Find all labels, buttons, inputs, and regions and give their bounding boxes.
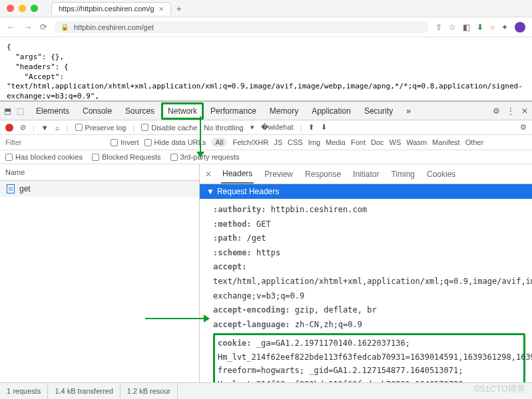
- wifi-icon[interactable]: �widehat: [261, 123, 294, 132]
- filter-img[interactable]: Img: [308, 138, 320, 146]
- hide-data-urls-checkbox[interactable]: Hide data URLs: [144, 138, 206, 146]
- network-body: Name get ✕ Headers Preview Response Init…: [0, 164, 532, 398]
- detail-tab-preview[interactable]: Preview: [263, 166, 294, 183]
- extensions-icon[interactable]: ✦: [501, 23, 508, 32]
- document-icon: [7, 184, 15, 194]
- settings-icon[interactable]: ⚙: [493, 106, 500, 116]
- preserve-log-checkbox[interactable]: Preserve log: [75, 124, 127, 132]
- request-item[interactable]: get: [0, 181, 199, 197]
- forward-button[interactable]: →: [23, 22, 32, 32]
- filter-icon[interactable]: ▼: [41, 124, 49, 132]
- close-devtools-icon[interactable]: ✕: [521, 106, 528, 116]
- disable-cache-checkbox[interactable]: Disable cache: [141, 124, 197, 132]
- upload-icon[interactable]: ⬆: [308, 123, 314, 132]
- network-typerow: Invert Hide data URLs All Fetch/XHR JS C…: [0, 135, 532, 150]
- reload-button[interactable]: ⟳: [40, 22, 47, 32]
- filter-doc[interactable]: Doc: [371, 138, 384, 146]
- tab-network[interactable]: Network: [161, 102, 204, 120]
- filter-css[interactable]: CSS: [288, 138, 303, 146]
- header-row: :authority: httpbin.ceshiren.com: [213, 203, 525, 217]
- detail-tab-response[interactable]: Response: [304, 166, 342, 183]
- filter-media[interactable]: Media: [326, 138, 346, 146]
- blocked-cookies-checkbox[interactable]: Has blocked cookies: [5, 153, 83, 161]
- footer-requests: 1 requests: [0, 383, 48, 399]
- tab-sources[interactable]: Sources: [119, 102, 161, 120]
- tab-more[interactable]: »: [399, 102, 417, 120]
- record-button[interactable]: [5, 124, 13, 132]
- detail-tab-initiator[interactable]: Initiator: [352, 166, 380, 183]
- detail-tab-timing[interactable]: Timing: [390, 166, 416, 183]
- filter-other[interactable]: Other: [465, 138, 484, 146]
- annotation-arrow-horizontal: [145, 318, 205, 319]
- maximize-window-icon[interactable]: [31, 5, 38, 12]
- invert-checkbox[interactable]: Invert: [111, 138, 139, 146]
- back-button[interactable]: ←: [7, 22, 15, 32]
- browser-toolbar: ← → ⟳ 🔒 httpbin.ceshiren.com/get ⇪ ☆ ◧ ⬇…: [0, 17, 532, 37]
- request-detail: ✕ Headers Preview Response Initiator Tim…: [200, 164, 532, 398]
- blocked-requests-checkbox[interactable]: Blocked Requests: [92, 153, 161, 161]
- close-detail-icon[interactable]: ✕: [205, 170, 212, 179]
- watermark: ©51CTO博客: [474, 383, 525, 395]
- request-name: get: [19, 184, 31, 194]
- devtools-panel: ⬒ ⬚ Elements Console Sources Network Per…: [0, 100, 532, 398]
- filter-wasm[interactable]: Wasm: [406, 138, 427, 146]
- network-optrow: Has blocked cookies Blocked Requests 3rd…: [0, 150, 532, 164]
- header-row: accept-encoding: gzip, deflate, br: [213, 303, 525, 318]
- annotation-arrow-vertical: [200, 116, 201, 153]
- header-row: accept-language: zh-CN,zh;q=0.9: [213, 318, 525, 332]
- close-window-icon[interactable]: [7, 5, 14, 12]
- network-settings-icon[interactable]: ⚙: [520, 123, 527, 132]
- disclosure-icon: ▼: [206, 187, 214, 196]
- minimize-window-icon[interactable]: [19, 5, 26, 12]
- nav-buttons: ← → ⟳: [7, 22, 47, 32]
- device-icon[interactable]: ⬚: [17, 106, 24, 116]
- tab-title: https://httpbin.ceshiren.com/g: [59, 5, 154, 13]
- traffic-lights: [7, 5, 38, 12]
- detail-tabs: ✕ Headers Preview Response Initiator Tim…: [200, 164, 532, 184]
- request-headers-list: :authority: httpbin.ceshiren.com :method…: [200, 199, 532, 398]
- detail-tab-cookies[interactable]: Cookies: [425, 166, 457, 183]
- clear-button[interactable]: ⊘: [20, 123, 26, 132]
- lock-icon: 🔒: [61, 23, 69, 31]
- detail-tab-headers[interactable]: Headers: [221, 165, 254, 184]
- ext3-icon[interactable]: ○: [490, 23, 495, 32]
- request-list: Name get: [0, 164, 200, 398]
- filter-all[interactable]: All: [211, 138, 227, 147]
- tab-application[interactable]: Application: [305, 102, 358, 120]
- tab-elements[interactable]: Elements: [29, 102, 76, 120]
- close-tab-icon[interactable]: ✕: [158, 5, 164, 13]
- tab-console[interactable]: Console: [76, 102, 119, 120]
- filter-ws[interactable]: WS: [390, 138, 401, 146]
- browser-tab[interactable]: https://httpbin.ceshiren.com/g ✕: [51, 2, 171, 15]
- tab-memory[interactable]: Memory: [263, 102, 305, 120]
- throttling-chevron-icon[interactable]: ▾: [250, 123, 254, 132]
- browser-tab-strip: https://httpbin.ceshiren.com/g ✕ +: [51, 2, 182, 15]
- network-filterbar: ⊘ | ▼ ⌕ | Preserve log | Disable cache N…: [0, 120, 532, 135]
- ext2-icon[interactable]: ⬇: [477, 23, 483, 32]
- annotation-arrowhead: [204, 315, 210, 323]
- footer-transferred: 1.4 kB transferred: [48, 383, 120, 399]
- inspect-icon[interactable]: ⬒: [4, 106, 11, 116]
- throttling-select[interactable]: No throttling: [204, 124, 243, 132]
- share-icon[interactable]: ⇪: [435, 23, 442, 32]
- url-text: httpbin.ceshiren.com/get: [74, 23, 154, 31]
- download-icon[interactable]: ⬇: [321, 123, 327, 132]
- new-tab-button[interactable]: +: [176, 3, 182, 14]
- request-headers-section[interactable]: ▼ Request Headers: [200, 184, 532, 199]
- filter-manifest[interactable]: Manifest: [432, 138, 460, 146]
- filter-input[interactable]: [5, 138, 105, 146]
- filter-js[interactable]: JS: [274, 138, 282, 146]
- more-icon[interactable]: ⋮: [507, 106, 515, 116]
- tab-security[interactable]: Security: [358, 102, 399, 120]
- filter-font[interactable]: Font: [351, 138, 366, 146]
- annotation-arrowhead: [196, 152, 204, 158]
- search-icon[interactable]: ⌕: [55, 124, 60, 132]
- profile-avatar[interactable]: [515, 22, 525, 33]
- third-party-checkbox[interactable]: 3rd-party requests: [170, 153, 240, 161]
- star-icon[interactable]: ☆: [449, 23, 456, 32]
- address-bar[interactable]: 🔒 httpbin.ceshiren.com/get: [54, 21, 429, 33]
- window-titlebar: https://httpbin.ceshiren.com/g ✕ +: [0, 0, 532, 17]
- filter-fetch-xhr[interactable]: Fetch/XHR: [232, 138, 268, 146]
- tab-performance[interactable]: Performance: [204, 102, 263, 120]
- ext1-icon[interactable]: ◧: [463, 23, 470, 32]
